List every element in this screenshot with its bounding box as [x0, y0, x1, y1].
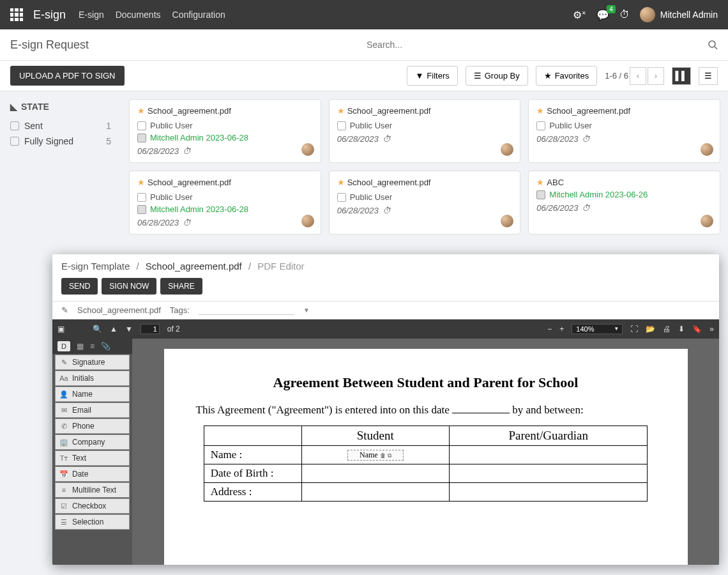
editor-filename: School_agreement.pdf	[77, 305, 161, 315]
field-item-company[interactable]: 🏢Company	[55, 434, 130, 450]
zoom-in-icon[interactable]: +	[559, 325, 564, 334]
checkbox-icon	[337, 121, 346, 130]
pdf-canvas[interactable]: Agreement Between Student and Parent for…	[132, 339, 719, 565]
page-up-icon[interactable]: ▲	[110, 325, 118, 334]
card[interactable]: ★School_agreement.pdfPublic User06/28/20…	[329, 171, 521, 234]
signnow-button[interactable]: SIGN NOW	[102, 278, 156, 295]
card-user: Public User	[150, 192, 192, 202]
zoom-out-icon[interactable]: −	[547, 325, 552, 334]
fullscreen-icon[interactable]: ⛶	[630, 325, 638, 334]
search-icon[interactable]	[708, 38, 718, 50]
card-date: 06/28/2023	[137, 146, 179, 156]
field-item-selection[interactable]: ☰Selection	[55, 514, 130, 530]
card-title: ABC	[547, 178, 564, 187]
thumbnails-icon[interactable]: ▦	[77, 342, 84, 351]
settings-icon[interactable]: ⚙✕	[573, 9, 586, 21]
checkbox-icon[interactable]	[10, 137, 19, 146]
kanban-view-button[interactable]: ▌▌	[672, 67, 691, 85]
bookmark-icon[interactable]: 🔖	[692, 325, 702, 334]
card-avatar	[301, 143, 314, 156]
breadcrumb-file[interactable]: School_agreement.pdf	[146, 261, 242, 272]
card[interactable]: ★School_agreement.pdfPublic UserMitchell…	[129, 99, 321, 163]
breadcrumb-root[interactable]: E-sign Template	[61, 261, 130, 272]
state-item[interactable]: Fully Signed5	[10, 134, 111, 149]
pager-next[interactable]: ›	[648, 67, 664, 85]
field-item-phone[interactable]: ✆Phone	[55, 418, 130, 434]
filters-button[interactable]: ▼Filters	[407, 66, 457, 86]
star-icon[interactable]: ★	[536, 106, 544, 116]
chevron-down-icon[interactable]: ▼	[303, 307, 310, 314]
clock-icon: ⏱	[582, 203, 590, 213]
pager-prev[interactable]: ‹	[630, 67, 646, 85]
more-icon[interactable]: »	[709, 325, 714, 334]
name-field-placeholder[interactable]: Name🗑⧉	[347, 450, 404, 461]
star-icon[interactable]: ★	[137, 106, 145, 116]
search-input[interactable]	[367, 36, 718, 54]
field-item-initials[interactable]: AaInitials	[55, 371, 130, 386]
card[interactable]: ★ABCMitchell Admin 2023-06-2606/26/2023⏱	[528, 171, 720, 234]
favorites-button[interactable]: ★Favorites	[536, 66, 597, 86]
field-label: Phone	[72, 422, 95, 431]
sidebar-toggle-icon[interactable]: ▣	[57, 325, 64, 334]
svg-point-0	[709, 41, 715, 47]
doc-intro: This Agreement ("Agreement") is entered …	[190, 404, 662, 417]
field-item-signature[interactable]: ✎Signature	[55, 355, 130, 370]
nav-esign[interactable]: E-sign	[79, 10, 104, 20]
state-item[interactable]: Sent1	[10, 118, 111, 134]
clock-icon: ⏱	[183, 218, 191, 227]
toolbar: UPLOAD A PDF TO SIGN ▼Filters ☰Group By …	[0, 61, 728, 91]
card[interactable]: ★School_agreement.pdfPublic User06/28/20…	[528, 99, 720, 163]
card[interactable]: ★School_agreement.pdfPublic UserMitchell…	[129, 171, 321, 234]
upload-button[interactable]: UPLOAD A PDF TO SIGN	[10, 66, 125, 86]
tags-label: Tags:	[170, 305, 190, 315]
card[interactable]: ★School_agreement.pdfPublic User06/28/20…	[329, 99, 521, 163]
field-label: Company	[72, 438, 105, 447]
tags-input[interactable]	[199, 305, 294, 315]
field-icon: ✎	[59, 358, 68, 367]
field-item-name[interactable]: 👤Name	[55, 387, 130, 402]
checkbox-icon[interactable]	[10, 121, 19, 130]
star-icon[interactable]: ★	[536, 178, 544, 187]
card-date: 06/28/2023	[137, 218, 179, 227]
page-title: E-sign Request	[10, 38, 89, 52]
nav-documents[interactable]: Documents	[116, 10, 161, 20]
groupby-button[interactable]: ☰Group By	[466, 66, 528, 86]
field-item-date[interactable]: 📅Date	[55, 466, 130, 482]
star-icon[interactable]: ★	[137, 178, 145, 187]
list-view-button[interactable]: ☰	[699, 67, 718, 85]
open-icon[interactable]: 📂	[646, 325, 655, 334]
apps-icon[interactable]	[10, 8, 23, 21]
pdf-search-icon[interactable]: 🔍	[93, 325, 102, 334]
clock-icon: ⏱	[582, 134, 590, 144]
send-button[interactable]: SEND	[61, 278, 98, 295]
messages-icon[interactable]: 💬4	[596, 9, 609, 21]
field-icon: 🏢	[59, 438, 68, 447]
card-title: School_agreement.pdf	[148, 106, 231, 116]
field-item-multiline-text[interactable]: ≡Multiline Text	[55, 482, 130, 498]
star-icon[interactable]: ★	[337, 178, 345, 187]
messages-badge: 4	[607, 5, 616, 13]
share-button[interactable]: SHARE	[160, 278, 202, 295]
checkbox-icon	[536, 121, 545, 130]
page-input[interactable]	[140, 324, 160, 334]
page-down-icon[interactable]: ▼	[125, 325, 133, 334]
field-item-text[interactable]: TᴛText	[55, 450, 130, 466]
star-icon: ★	[544, 71, 552, 80]
field-item-checkbox[interactable]: ☑Checkbox	[55, 498, 130, 514]
outline-icon[interactable]: ≡	[90, 342, 95, 351]
user-menu[interactable]: Mitchell Admin	[640, 7, 718, 22]
attachments-icon[interactable]: 📎	[101, 342, 110, 351]
download-icon[interactable]: ⬇	[678, 325, 685, 334]
field-icon: ≡	[59, 486, 68, 494]
sidebar-tab-d[interactable]: D	[57, 341, 70, 351]
field-icon: ✉	[59, 406, 68, 415]
table-row: Address :	[204, 483, 648, 502]
print-icon[interactable]: 🖨	[663, 325, 671, 334]
zoom-select[interactable]: 140% ▾	[572, 324, 623, 334]
star-icon[interactable]: ★	[337, 106, 345, 116]
activity-icon[interactable]: ⏱	[619, 9, 630, 20]
nav-configuration[interactable]: Configuration	[172, 10, 225, 20]
field-icon: ☰	[59, 518, 68, 526]
field-item-email[interactable]: ✉Email	[55, 402, 130, 418]
header-row: E-sign Request	[0, 29, 728, 61]
